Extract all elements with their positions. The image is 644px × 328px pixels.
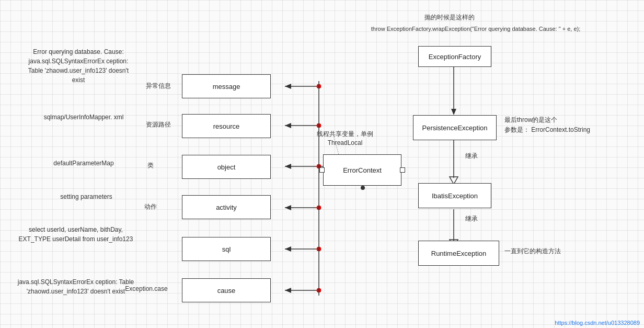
throw-annotation-cn: 抛的时候是这样的 [402,13,497,22]
field-label-activity: 动作 [140,202,161,211]
svg-marker-16 [285,246,291,252]
throw-annotation-code: throw ExceptionFactory.wrapException("Er… [324,25,627,33]
object-value: defaultParameterMap [31,159,136,168]
inherit-label-1: 继承 [456,152,487,161]
error-context-dot [361,186,365,190]
inherit-label-2: 继承 [456,214,487,223]
svg-point-19 [317,123,321,128]
ibatis-exception-box: IbatisException [418,183,491,208]
message-value: Error querying database. Cause: java.sql… [21,47,136,85]
last-throw-label: 最后throw的是这个 参数是： ErrorContext.toString [504,115,619,135]
svg-point-18 [317,84,321,88]
error-context-box: ErrorContext [323,154,401,186]
sql-value: select userId, userName, bithDay, EXT_TY… [16,225,136,244]
sql-box: sql [182,237,271,261]
resource-value: sqlmap/UserInfoMapper. xml [31,113,136,122]
message-box: message [182,74,271,98]
thread-local-annotation: 线程共享变量，单例 ThreadLocal [314,130,376,148]
resource-box: resource [182,114,271,138]
svg-marker-17 [285,288,291,293]
svg-marker-15 [285,205,291,210]
exception-factory-box: ExceptionFactory [418,46,491,67]
object-box: object [182,155,271,179]
persistence-exception-box: PersistenceException [413,115,497,140]
field-label-resource: 资源路径 [140,120,177,129]
svg-marker-1 [451,109,456,115]
watermark: https://blog.csdn.net/u013328089 [555,320,640,326]
svg-point-22 [317,247,321,251]
cause-box: cause [182,278,271,302]
field-label-message: 异常信息 [140,82,177,91]
svg-marker-12 [285,84,291,89]
runtime-exception-box: RuntimeException [418,241,499,266]
svg-point-23 [317,288,321,292]
svg-marker-14 [285,164,291,169]
activity-value: setting parameters [31,193,141,201]
activity-box: activity [182,195,271,219]
constructor-label: 一直到它的构造方法 [504,247,588,256]
cause-value: java.sql.SQLSyntaxErrorEx ception: Table… [16,277,136,296]
field-label-cause: Exception.case [120,285,172,293]
svg-point-21 [317,206,321,210]
svg-marker-13 [285,123,291,128]
field-label-object: 类 [140,161,161,170]
